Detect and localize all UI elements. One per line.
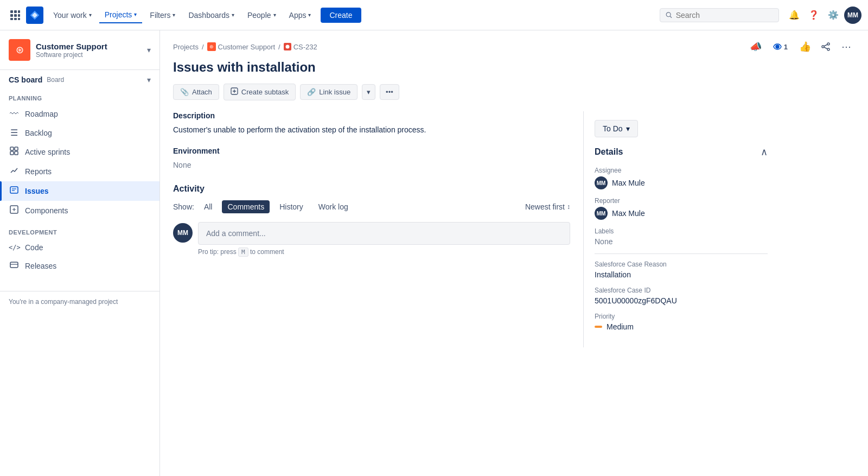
tab-comments[interactable]: Comments — [222, 200, 270, 213]
nav-filters[interactable]: Filters ▾ — [144, 8, 181, 23]
details-title: Details — [595, 147, 623, 157]
svg-rect-14 — [15, 151, 18, 155]
activity-section: Activity Show: All Comments History Work… — [173, 184, 570, 256]
sidebar-item-issues[interactable]: Issues — [0, 181, 159, 201]
top-navigation: Your work ▾ Projects ▾ Filters ▾ Dashboa… — [0, 0, 868, 30]
status-button[interactable]: To Do ▾ — [595, 120, 638, 137]
description-section: Description Customer's unable to perform… — [173, 111, 570, 136]
breadcrumb-projects[interactable]: Projects — [173, 43, 199, 51]
planning-section-label: PLANNING — [0, 86, 159, 105]
roadmap-label: Roadmap — [25, 110, 58, 118]
nav-your-work[interactable]: Your work ▾ — [48, 8, 97, 23]
breadcrumb: Projects / ⊛ Customer Support / CS-232 📣… — [160, 30, 868, 60]
assignee-name: Max Mule — [612, 179, 645, 187]
paperclip-icon: 📎 — [180, 88, 189, 96]
labels-row: Labels None — [595, 227, 768, 246]
board-sub: Board — [47, 76, 64, 84]
show-label: Show: — [173, 202, 194, 211]
sf-case-id-value: 5001U00000zgF6DQAU — [595, 296, 768, 305]
grid-menu-icon[interactable] — [7, 7, 24, 24]
help-icon[interactable]: ❓ — [805, 7, 822, 24]
project-icon-small: ⊛ — [207, 42, 216, 51]
chevron-down-icon: ▾ — [147, 46, 151, 54]
labels-value[interactable]: None — [595, 237, 768, 246]
issue-main-panel: Description Customer's unable to perform… — [160, 111, 583, 347]
watch-button[interactable]: 1 — [768, 40, 793, 53]
nav-apps[interactable]: Apps ▾ — [284, 8, 317, 23]
reporter-value[interactable]: MM Max Mule — [595, 207, 768, 220]
board-selector[interactable]: CS board Board ▾ — [0, 70, 159, 86]
issues-label: Issues — [25, 187, 49, 195]
breadcrumb-issue[interactable]: CS-232 — [284, 43, 317, 51]
issue-body: Description Customer's unable to perform… — [160, 111, 868, 347]
collapse-icon[interactable]: ∧ — [761, 146, 768, 158]
components-icon — [9, 205, 20, 216]
sidebar-item-active-sprints[interactable]: Active sprints — [0, 142, 159, 162]
attach-button[interactable]: 📎 Attach — [173, 84, 219, 100]
sort-button[interactable]: Newest first ↕ — [525, 202, 570, 211]
board-chevron-icon: ▾ — [147, 75, 151, 84]
chevron-icon: ▾ — [232, 12, 234, 18]
reporter-avatar: MM — [595, 207, 608, 220]
chevron-icon: ▾ — [308, 12, 311, 18]
svg-rect-0 — [10, 10, 13, 13]
nav-projects[interactable]: Projects ▾ — [99, 7, 143, 23]
backlog-icon: ☰ — [9, 128, 20, 138]
divider — [595, 253, 768, 254]
svg-line-26 — [824, 45, 827, 46]
issue-action-buttons: 📎 Attach Create subtask 🔗 Link issue ▾ •… — [160, 84, 868, 100]
breadcrumb-project[interactable]: ⊛ Customer Support — [207, 42, 276, 51]
sidebar-item-reports[interactable]: Reports — [0, 162, 159, 181]
assignee-label: Assignee — [595, 167, 768, 174]
assignee-value[interactable]: MM Max Mule — [595, 176, 768, 189]
watch-count: 1 — [784, 43, 788, 51]
nav-people[interactable]: People ▾ — [242, 8, 282, 23]
create-subtask-button[interactable]: Create subtask — [224, 84, 296, 100]
svg-rect-4 — [14, 14, 17, 17]
user-avatar[interactable]: MM — [844, 7, 861, 24]
code-icon: </> — [9, 244, 20, 251]
nav-dashboards[interactable]: Dashboards ▾ — [183, 8, 240, 23]
share-icon[interactable] — [817, 38, 834, 55]
app-layout: ⊛ Customer Support Software project ▾ CS… — [0, 30, 868, 476]
sidebar-item-releases[interactable]: Releases — [0, 256, 159, 276]
notifications-icon[interactable]: 🔔 — [786, 7, 803, 24]
svg-rect-7 — [14, 18, 17, 20]
priority-value[interactable]: Medium — [595, 322, 768, 331]
priority-row: Priority Medium — [595, 313, 768, 331]
megaphone-icon[interactable]: 📣 — [747, 38, 764, 55]
search-bar[interactable] — [660, 8, 779, 22]
roadmap-icon: 〰 — [9, 109, 20, 119]
settings-icon[interactable]: ⚙️ — [825, 7, 842, 24]
tab-all[interactable]: All — [199, 200, 218, 213]
svg-rect-2 — [18, 10, 20, 13]
jira-logo[interactable] — [26, 7, 43, 24]
project-icon: ⊛ — [9, 39, 30, 61]
priority-label: Priority — [595, 313, 768, 320]
sidebar-item-roadmap[interactable]: 〰 Roadmap — [0, 105, 159, 123]
thumbs-up-icon[interactable]: 👍 — [796, 38, 814, 55]
environment-section: Environment None — [173, 147, 570, 171]
project-header[interactable]: ⊛ Customer Support Software project ▾ — [0, 30, 159, 70]
search-input[interactable] — [676, 11, 773, 20]
svg-rect-5 — [18, 14, 20, 17]
sprints-icon — [9, 147, 20, 157]
board-name: CS board — [9, 75, 42, 84]
sidebar-item-components[interactable]: Components — [0, 201, 159, 220]
tab-history[interactable]: History — [274, 200, 309, 213]
more-options-icon[interactable]: ⋯ — [838, 38, 855, 55]
sidebar-item-backlog[interactable]: ☰ Backlog — [0, 123, 159, 142]
ellipsis-button[interactable]: ••• — [380, 84, 399, 100]
sort-icon: ↕ — [567, 203, 570, 211]
tab-work-log[interactable]: Work log — [313, 200, 354, 213]
development-section-label: DEVELOPMENT — [0, 220, 159, 239]
priority-medium-icon — [595, 326, 602, 328]
attach-label: Attach — [192, 88, 212, 96]
main-content: Projects / ⊛ Customer Support / CS-232 📣… — [160, 30, 868, 476]
more-actions-dropdown[interactable]: ▾ — [362, 84, 375, 100]
environment-value: None — [173, 160, 570, 171]
comment-input[interactable]: Add a comment... — [198, 222, 570, 245]
link-issue-button[interactable]: 🔗 Link issue — [300, 84, 358, 100]
create-button[interactable]: Create — [321, 8, 361, 23]
sidebar-item-code[interactable]: </> Code — [0, 239, 159, 256]
